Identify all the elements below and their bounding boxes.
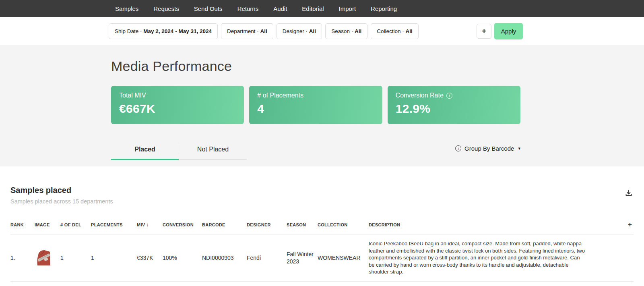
col-season[interactable]: SEASON <box>287 222 318 227</box>
tab-not-placed[interactable]: Not Placed <box>179 146 247 160</box>
media-performance-section: Media Performance Total MIV €667K # of P… <box>0 45 644 166</box>
download-button[interactable] <box>624 188 634 199</box>
metric-card-placements: # of Placements 4 <box>249 86 382 124</box>
col-collection[interactable]: COLLECTION <box>318 222 369 227</box>
nav-item-audit[interactable]: Audit <box>273 5 287 12</box>
plus-icon: + <box>628 221 632 228</box>
col-conversion[interactable]: CONVERSION <box>163 222 202 227</box>
filter-label: Season <box>331 28 350 34</box>
filter-ship-date[interactable]: Ship Date · May 2, 2024 - May 31, 2024 <box>109 23 218 39</box>
placement-tabs: Placed Not Placed <box>111 143 247 160</box>
col-num-del[interactable]: # OF DEL <box>60 222 91 227</box>
metric-label: Conversion Rate <box>396 92 444 99</box>
samples-table: RANK IMAGE # OF DEL PLACEMENTS MIV↓ CONV… <box>10 215 634 282</box>
nav-item-returns[interactable]: Returns <box>237 5 259 12</box>
tab-placed[interactable]: Placed <box>111 146 179 160</box>
cell-collection: WOMENSWEAR <box>318 255 369 261</box>
filter-bar: Ship Date · May 2, 2024 - May 31, 2024 D… <box>0 17 644 45</box>
filter-value: All <box>309 28 316 34</box>
col-rank[interactable]: RANK <box>10 222 35 227</box>
add-filter-button[interactable]: + <box>477 24 491 39</box>
filter-season[interactable]: Season · All <box>325 23 367 39</box>
group-by-barcode-dropdown[interactable]: i Group By Barcode ▾ <box>455 145 520 160</box>
nav-item-send-outs[interactable]: Send Outs <box>194 5 223 12</box>
tabs-row: Placed Not Placed i Group By Barcode ▾ <box>111 143 520 160</box>
cell-season: Fall Winter 2023 <box>287 251 318 265</box>
filter-collection[interactable]: Collection · All <box>371 23 419 39</box>
sort-desc-icon: ↓ <box>146 222 149 228</box>
cell-designer: Fendi <box>247 255 287 261</box>
nav-item-import[interactable]: Import <box>339 5 356 12</box>
apply-button[interactable]: Apply <box>494 23 523 39</box>
cell-placements: 1 <box>91 255 137 261</box>
section-subtitle: Samples placed across 15 departments <box>10 198 113 205</box>
cell-image[interactable] <box>35 249 60 267</box>
sample-thumbnail <box>35 249 53 267</box>
info-icon[interactable]: i <box>455 145 461 151</box>
filter-actions: + Apply <box>477 23 523 39</box>
filter-value: May 2, 2024 - May 31, 2024 <box>143 28 212 34</box>
nav-item-samples[interactable]: Samples <box>115 5 138 12</box>
group-by-label: Group By Barcode <box>464 145 514 152</box>
cell-conversion: 100% <box>163 255 202 261</box>
metric-value: 4 <box>257 102 374 116</box>
col-image[interactable]: IMAGE <box>35 222 60 227</box>
col-designer[interactable]: DESIGNER <box>247 222 287 227</box>
filter-value: All <box>406 28 413 34</box>
col-placements[interactable]: PLACEMENTS <box>91 222 137 227</box>
samples-placed-section: Samples placed Samples placed across 15 … <box>0 166 644 282</box>
metric-card-total-miv: Total MIV €667K <box>111 86 244 124</box>
filter-label: Designer <box>283 28 304 34</box>
section-title: Samples placed <box>10 186 113 195</box>
filter-label: Ship Date <box>115 28 138 34</box>
metric-label-row: Conversion Rate i <box>396 92 512 99</box>
col-description[interactable]: DESCRIPTION <box>369 222 588 227</box>
metric-label: # of Placements <box>257 92 374 99</box>
metric-value: 12.9% <box>396 102 512 116</box>
col-miv-label: MIV <box>137 222 145 227</box>
metric-card-conversion-rate: Conversion Rate i 12.9% <box>388 86 520 124</box>
filter-separator: · <box>140 28 142 34</box>
filter-value: All <box>260 28 267 34</box>
section-head: Samples placed Samples placed across 15 … <box>10 186 634 205</box>
info-icon[interactable]: i <box>446 93 452 99</box>
cell-rank: 1. <box>10 255 35 261</box>
nav-item-editorial[interactable]: Editorial <box>302 5 324 12</box>
cell-description: Iconic Peekaboo ISeeU bag in an ideal, c… <box>369 240 588 276</box>
table-row[interactable]: 1. 1 1 €337K 100% NDI0000903 Fendi Fall … <box>10 234 634 282</box>
cell-miv: €337K <box>137 255 163 261</box>
top-navigation: Samples Requests Send Outs Returns Audit… <box>0 0 644 17</box>
filter-label: Department <box>227 28 256 34</box>
cell-num-del: 1 <box>60 255 91 261</box>
col-barcode[interactable]: BARCODE <box>202 222 247 227</box>
page-title: Media Performance <box>111 45 520 74</box>
filter-separator: · <box>351 28 353 34</box>
plus-icon: + <box>482 27 486 35</box>
filter-department[interactable]: Department · All <box>221 23 273 39</box>
filter-label: Collection <box>377 28 400 34</box>
filter-value: All <box>355 28 361 34</box>
section-titles: Samples placed Samples placed across 15 … <box>10 186 113 205</box>
filter-separator: · <box>402 28 404 34</box>
metric-cards: Total MIV €667K # of Placements 4 Conver… <box>111 86 520 124</box>
add-column-button[interactable]: + <box>628 221 634 229</box>
cell-barcode: NDI0000903 <box>202 255 247 261</box>
download-icon <box>625 189 633 197</box>
col-miv[interactable]: MIV↓ <box>137 222 163 228</box>
table-header-row: RANK IMAGE # OF DEL PLACEMENTS MIV↓ CONV… <box>10 215 634 234</box>
filter-pills: Ship Date · May 2, 2024 - May 31, 2024 D… <box>109 23 419 39</box>
metric-label: Total MIV <box>119 92 236 99</box>
nav-item-requests[interactable]: Requests <box>153 5 179 12</box>
chevron-down-icon: ▾ <box>518 146 520 151</box>
filter-separator: · <box>306 28 308 34</box>
filter-separator: · <box>257 28 259 34</box>
nav-item-reporting[interactable]: Reporting <box>371 5 397 12</box>
metric-value: €667K <box>119 102 236 116</box>
filter-designer[interactable]: Designer · All <box>277 23 322 39</box>
